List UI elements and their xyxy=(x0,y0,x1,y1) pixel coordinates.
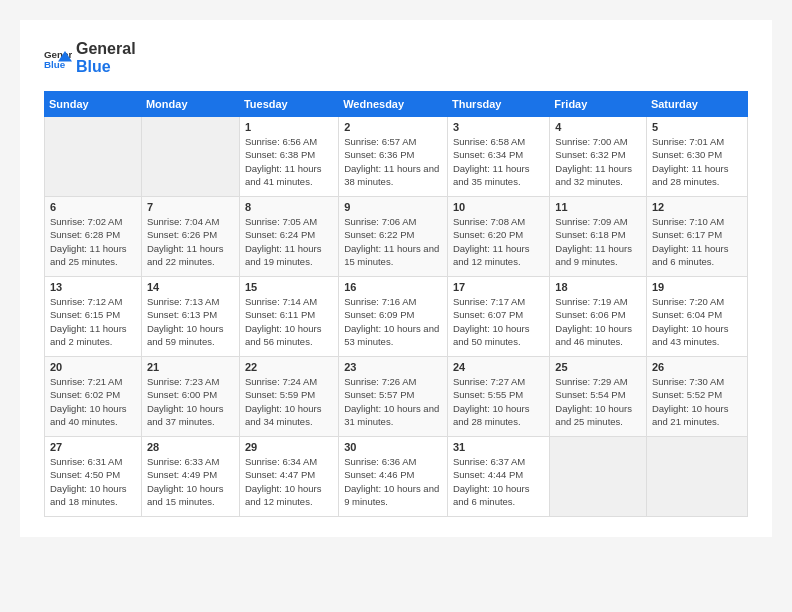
day-number: 3 xyxy=(453,121,544,133)
cell-content: Sunrise: 7:30 AMSunset: 5:52 PMDaylight:… xyxy=(652,375,742,428)
logo-blue-text: Blue xyxy=(76,58,136,76)
calendar-cell: 3Sunrise: 6:58 AMSunset: 6:34 PMDaylight… xyxy=(447,117,549,197)
cell-content: Sunrise: 6:57 AMSunset: 6:36 PMDaylight:… xyxy=(344,135,442,188)
day-number: 10 xyxy=(453,201,544,213)
calendar-cell: 31Sunrise: 6:37 AMSunset: 4:44 PMDayligh… xyxy=(447,437,549,517)
day-number: 17 xyxy=(453,281,544,293)
calendar-cell: 8Sunrise: 7:05 AMSunset: 6:24 PMDaylight… xyxy=(239,197,338,277)
calendar-cell: 9Sunrise: 7:06 AMSunset: 6:22 PMDaylight… xyxy=(339,197,448,277)
calendar-table: SundayMondayTuesdayWednesdayThursdayFrid… xyxy=(44,91,748,517)
cell-content: Sunrise: 6:34 AMSunset: 4:47 PMDaylight:… xyxy=(245,455,333,508)
cell-content: Sunrise: 7:26 AMSunset: 5:57 PMDaylight:… xyxy=(344,375,442,428)
day-number: 6 xyxy=(50,201,136,213)
cell-content: Sunrise: 7:20 AMSunset: 6:04 PMDaylight:… xyxy=(652,295,742,348)
header-day: Monday xyxy=(141,92,239,117)
cell-content: Sunrise: 7:05 AMSunset: 6:24 PMDaylight:… xyxy=(245,215,333,268)
logo-icon: General Blue xyxy=(44,44,72,72)
day-number: 5 xyxy=(652,121,742,133)
cell-content: Sunrise: 6:36 AMSunset: 4:46 PMDaylight:… xyxy=(344,455,442,508)
day-number: 1 xyxy=(245,121,333,133)
calendar-cell: 5Sunrise: 7:01 AMSunset: 6:30 PMDaylight… xyxy=(646,117,747,197)
cell-content: Sunrise: 6:33 AMSunset: 4:49 PMDaylight:… xyxy=(147,455,234,508)
cell-content: Sunrise: 7:01 AMSunset: 6:30 PMDaylight:… xyxy=(652,135,742,188)
calendar-week-row: 6Sunrise: 7:02 AMSunset: 6:28 PMDaylight… xyxy=(45,197,748,277)
day-number: 23 xyxy=(344,361,442,373)
calendar-cell xyxy=(646,437,747,517)
calendar-week-row: 1Sunrise: 6:56 AMSunset: 6:38 PMDaylight… xyxy=(45,117,748,197)
calendar-cell: 22Sunrise: 7:24 AMSunset: 5:59 PMDayligh… xyxy=(239,357,338,437)
header-day: Sunday xyxy=(45,92,142,117)
cell-content: Sunrise: 7:24 AMSunset: 5:59 PMDaylight:… xyxy=(245,375,333,428)
cell-content: Sunrise: 7:29 AMSunset: 5:54 PMDaylight:… xyxy=(555,375,641,428)
cell-content: Sunrise: 7:12 AMSunset: 6:15 PMDaylight:… xyxy=(50,295,136,348)
day-number: 14 xyxy=(147,281,234,293)
day-number: 27 xyxy=(50,441,136,453)
cell-content: Sunrise: 6:37 AMSunset: 4:44 PMDaylight:… xyxy=(453,455,544,508)
calendar-cell: 1Sunrise: 6:56 AMSunset: 6:38 PMDaylight… xyxy=(239,117,338,197)
calendar-cell xyxy=(45,117,142,197)
calendar-cell: 17Sunrise: 7:17 AMSunset: 6:07 PMDayligh… xyxy=(447,277,549,357)
calendar-week-row: 27Sunrise: 6:31 AMSunset: 4:50 PMDayligh… xyxy=(45,437,748,517)
calendar-cell: 7Sunrise: 7:04 AMSunset: 6:26 PMDaylight… xyxy=(141,197,239,277)
cell-content: Sunrise: 7:06 AMSunset: 6:22 PMDaylight:… xyxy=(344,215,442,268)
calendar-cell: 26Sunrise: 7:30 AMSunset: 5:52 PMDayligh… xyxy=(646,357,747,437)
calendar-cell: 19Sunrise: 7:20 AMSunset: 6:04 PMDayligh… xyxy=(646,277,747,357)
calendar-cell: 13Sunrise: 7:12 AMSunset: 6:15 PMDayligh… xyxy=(45,277,142,357)
day-number: 21 xyxy=(147,361,234,373)
cell-content: Sunrise: 7:23 AMSunset: 6:00 PMDaylight:… xyxy=(147,375,234,428)
page: General Blue General Blue SundayMondayTu… xyxy=(20,20,772,537)
calendar-cell: 10Sunrise: 7:08 AMSunset: 6:20 PMDayligh… xyxy=(447,197,549,277)
header-day: Saturday xyxy=(646,92,747,117)
calendar-cell: 18Sunrise: 7:19 AMSunset: 6:06 PMDayligh… xyxy=(550,277,647,357)
day-number: 12 xyxy=(652,201,742,213)
calendar-cell: 21Sunrise: 7:23 AMSunset: 6:00 PMDayligh… xyxy=(141,357,239,437)
day-number: 19 xyxy=(652,281,742,293)
calendar-week-row: 13Sunrise: 7:12 AMSunset: 6:15 PMDayligh… xyxy=(45,277,748,357)
day-number: 4 xyxy=(555,121,641,133)
calendar-cell: 15Sunrise: 7:14 AMSunset: 6:11 PMDayligh… xyxy=(239,277,338,357)
cell-content: Sunrise: 7:00 AMSunset: 6:32 PMDaylight:… xyxy=(555,135,641,188)
day-number: 22 xyxy=(245,361,333,373)
day-number: 29 xyxy=(245,441,333,453)
day-number: 8 xyxy=(245,201,333,213)
day-number: 11 xyxy=(555,201,641,213)
day-number: 7 xyxy=(147,201,234,213)
cell-content: Sunrise: 7:13 AMSunset: 6:13 PMDaylight:… xyxy=(147,295,234,348)
calendar-week-row: 20Sunrise: 7:21 AMSunset: 6:02 PMDayligh… xyxy=(45,357,748,437)
day-number: 18 xyxy=(555,281,641,293)
cell-content: Sunrise: 6:31 AMSunset: 4:50 PMDaylight:… xyxy=(50,455,136,508)
cell-content: Sunrise: 7:16 AMSunset: 6:09 PMDaylight:… xyxy=(344,295,442,348)
cell-content: Sunrise: 6:56 AMSunset: 6:38 PMDaylight:… xyxy=(245,135,333,188)
logo-general-text: General xyxy=(76,40,136,58)
calendar-cell: 12Sunrise: 7:10 AMSunset: 6:17 PMDayligh… xyxy=(646,197,747,277)
header-day: Tuesday xyxy=(239,92,338,117)
day-number: 9 xyxy=(344,201,442,213)
calendar-cell: 30Sunrise: 6:36 AMSunset: 4:46 PMDayligh… xyxy=(339,437,448,517)
cell-content: Sunrise: 7:27 AMSunset: 5:55 PMDaylight:… xyxy=(453,375,544,428)
header-day: Wednesday xyxy=(339,92,448,117)
header-day: Friday xyxy=(550,92,647,117)
day-number: 26 xyxy=(652,361,742,373)
calendar-cell: 29Sunrise: 6:34 AMSunset: 4:47 PMDayligh… xyxy=(239,437,338,517)
day-number: 20 xyxy=(50,361,136,373)
calendar-cell: 6Sunrise: 7:02 AMSunset: 6:28 PMDaylight… xyxy=(45,197,142,277)
day-number: 31 xyxy=(453,441,544,453)
cell-content: Sunrise: 7:21 AMSunset: 6:02 PMDaylight:… xyxy=(50,375,136,428)
calendar-cell: 16Sunrise: 7:16 AMSunset: 6:09 PMDayligh… xyxy=(339,277,448,357)
cell-content: Sunrise: 7:17 AMSunset: 6:07 PMDaylight:… xyxy=(453,295,544,348)
header-day: Thursday xyxy=(447,92,549,117)
header-row: SundayMondayTuesdayWednesdayThursdayFrid… xyxy=(45,92,748,117)
day-number: 15 xyxy=(245,281,333,293)
cell-content: Sunrise: 7:02 AMSunset: 6:28 PMDaylight:… xyxy=(50,215,136,268)
calendar-cell: 14Sunrise: 7:13 AMSunset: 6:13 PMDayligh… xyxy=(141,277,239,357)
calendar-cell: 24Sunrise: 7:27 AMSunset: 5:55 PMDayligh… xyxy=(447,357,549,437)
day-number: 24 xyxy=(453,361,544,373)
day-number: 30 xyxy=(344,441,442,453)
logo: General Blue General Blue xyxy=(44,40,136,75)
calendar-cell xyxy=(550,437,647,517)
calendar-cell xyxy=(141,117,239,197)
calendar-cell: 28Sunrise: 6:33 AMSunset: 4:49 PMDayligh… xyxy=(141,437,239,517)
cell-content: Sunrise: 7:09 AMSunset: 6:18 PMDaylight:… xyxy=(555,215,641,268)
cell-content: Sunrise: 7:14 AMSunset: 6:11 PMDaylight:… xyxy=(245,295,333,348)
svg-text:Blue: Blue xyxy=(44,58,66,69)
